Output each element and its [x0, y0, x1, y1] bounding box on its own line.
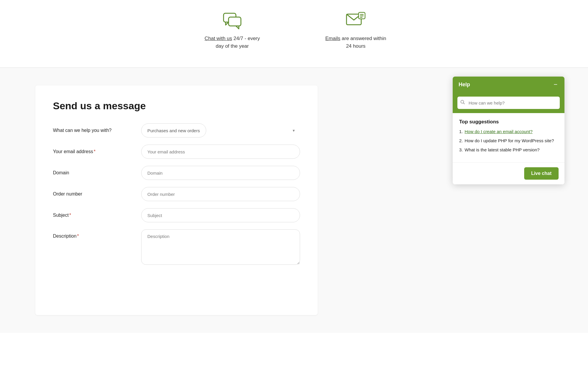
suggestion-text-3: What is the latest stable PHP version? — [465, 147, 540, 152]
help-topic-select-wrap: Purchases and new orders Purchases and n… — [141, 123, 300, 138]
help-widget-body: Top suggestions How do I create an email… — [453, 113, 564, 162]
suggestion-item-1: How do I create an email account? — [459, 129, 558, 134]
subject-input[interactable] — [141, 208, 300, 222]
chat-icon — [222, 12, 243, 29]
form-row-description: Description* — [53, 229, 300, 265]
chat-option: Chat with us 24/7 - every day of the yea… — [200, 12, 265, 50]
help-search-input[interactable] — [457, 97, 560, 109]
email-option: Emails are answered within 24 hours — [324, 12, 388, 50]
suggestions-list: How do I create an email account? How do… — [459, 129, 558, 152]
search-icon — [460, 100, 465, 106]
label-help-topic: What can we help you with? — [53, 128, 141, 133]
email-input[interactable] — [141, 145, 300, 159]
help-search-section — [453, 92, 564, 113]
top-contact-options: Chat with us 24/7 - every day of the yea… — [0, 0, 588, 67]
live-chat-button[interactable]: Live chat — [524, 167, 559, 180]
help-search-container — [457, 97, 560, 109]
required-marker-desc: * — [77, 234, 79, 239]
help-widget-title: Help — [459, 82, 470, 88]
order-number-input[interactable] — [141, 187, 300, 201]
email-icon — [346, 12, 366, 29]
required-marker-subject: * — [69, 213, 71, 218]
suggestion-item-3: What is the latest stable PHP version? — [459, 147, 558, 152]
email-link[interactable]: Emails — [325, 36, 340, 41]
email-rest: are answered within 24 hours — [340, 36, 386, 49]
form-row-order: Order number — [53, 187, 300, 201]
form-title: Send us a message — [53, 100, 300, 112]
help-minimize-button[interactable]: − — [552, 81, 559, 88]
email-text: Emails are answered within 24 hours — [324, 35, 388, 50]
form-row-subject: Subject* — [53, 208, 300, 222]
chat-link[interactable]: Chat with us — [204, 36, 232, 41]
help-widget-header: Help − — [453, 77, 564, 92]
help-widget: Help − Top suggestions How do I create a… — [453, 77, 564, 184]
label-description: Description* — [53, 229, 141, 239]
label-domain: Domain — [53, 170, 141, 176]
contact-form-section: Send us a message What can we help you w… — [35, 85, 318, 315]
chat-text: Chat with us 24/7 - every day of the yea… — [200, 35, 265, 50]
svg-line-8 — [464, 103, 465, 104]
label-email: Your email address* — [53, 149, 141, 154]
label-order: Order number — [53, 191, 141, 197]
label-subject: Subject* — [53, 213, 141, 218]
description-textarea[interactable] — [141, 229, 300, 265]
help-topic-select[interactable]: Purchases and new orders Purchases and n… — [141, 123, 206, 138]
svg-rect-1 — [229, 17, 241, 26]
help-widget-footer: Live chat — [453, 162, 564, 184]
domain-input[interactable] — [141, 166, 300, 180]
suggestion-link-1[interactable]: How do I create an email account? — [465, 129, 533, 134]
required-marker: * — [94, 149, 95, 154]
suggestions-title: Top suggestions — [459, 119, 558, 125]
form-row-domain: Domain — [53, 166, 300, 180]
form-row-help-topic: What can we help you with? Purchases and… — [53, 123, 300, 138]
suggestion-text-2: How do I update PHP for my WordPress sit… — [465, 138, 554, 143]
form-row-email: Your email address* — [53, 145, 300, 159]
suggestion-item-2: How do I update PHP for my WordPress sit… — [459, 138, 558, 143]
main-area: Send us a message What can we help you w… — [0, 68, 588, 333]
